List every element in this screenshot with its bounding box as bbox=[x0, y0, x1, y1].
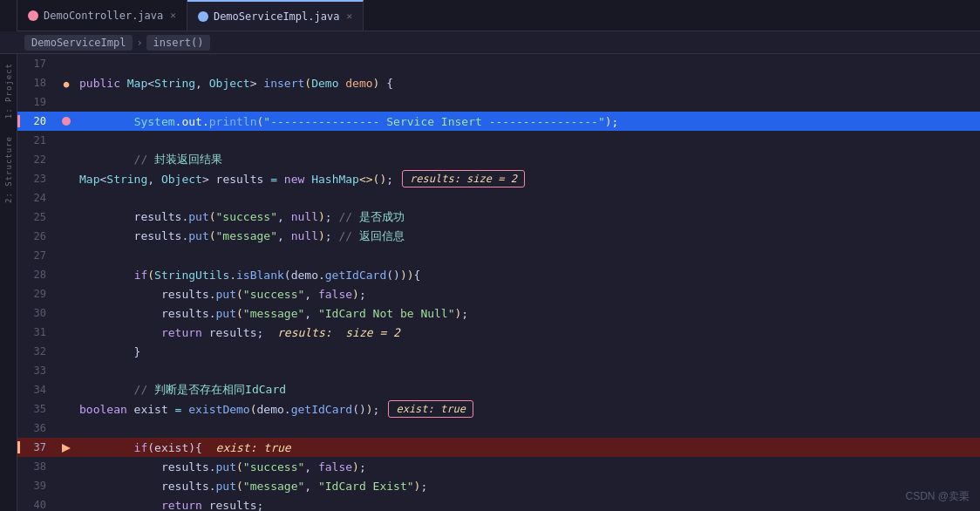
line-content: // 封装返回结果 bbox=[76, 152, 980, 167]
table-row: 25 results.put("success", null); // 是否成功 bbox=[17, 208, 980, 227]
tab-close-ctrl[interactable]: ✕ bbox=[170, 10, 176, 21]
table-row: 31 return results; results: size = 2 bbox=[17, 323, 980, 342]
line-content: results.put("message", null); // 返回信息 bbox=[76, 228, 980, 244]
app-container: DemoController.java ✕ DemoServiceImpl.ja… bbox=[0, 0, 980, 511]
line-number: 27 bbox=[17, 249, 57, 262]
editor-body: 1: Project 2: Structure 17 18 ● public M… bbox=[0, 54, 980, 511]
table-row: 21 bbox=[17, 131, 980, 150]
table-row: 33 bbox=[17, 361, 980, 380]
line-number: 18 bbox=[17, 77, 57, 89]
debug-box-exist: exist: true bbox=[388, 400, 473, 418]
debug-box-results: results: size = 2 bbox=[402, 170, 525, 187]
line-content: Map<String, Object> results = new HashMa… bbox=[76, 170, 980, 187]
line-number: 21 bbox=[17, 134, 57, 146]
breadcrumb-class[interactable]: DemoServiceImpl bbox=[24, 35, 133, 51]
breadcrumb-bar: DemoServiceImpl › insert() bbox=[0, 31, 980, 54]
table-row: 18 ● public Map<String, Object> insert(D… bbox=[17, 73, 980, 92]
tab-close-service[interactable]: ✕ bbox=[346, 10, 352, 22]
table-row: 39 results.put("message", "IdCard Exist"… bbox=[17, 476, 980, 495]
table-row: 20 System.out.println("---------------- … bbox=[17, 112, 980, 131]
line-number: 38 bbox=[17, 460, 57, 473]
tab-label-service: DemoServiceImpl.java bbox=[214, 10, 340, 23]
table-row: 26 results.put("message", null); // 返回信息 bbox=[17, 227, 980, 246]
line-number: 26 bbox=[17, 230, 57, 242]
line-number: 19 bbox=[17, 96, 57, 108]
line-gutter bbox=[57, 115, 76, 128]
line-content: // 判断是否存在相同IdCard bbox=[76, 382, 980, 398]
line-content: System.out.println("---------------- Ser… bbox=[76, 115, 980, 128]
breakpoint-icon bbox=[62, 117, 71, 126]
table-row: 19 bbox=[17, 92, 980, 112]
line-number: 37 bbox=[17, 441, 57, 453]
line-number: 29 bbox=[17, 288, 57, 300]
table-row: 29 results.put("success", false); bbox=[17, 284, 980, 303]
line-gutter: ● bbox=[57, 77, 76, 90]
table-row: 38 results.put("success", false); bbox=[17, 457, 980, 476]
left-sidebar: 1: Project 2: Structure bbox=[0, 54, 17, 511]
sidebar-label-project[interactable]: 1: Project bbox=[4, 63, 13, 119]
line-content: return results; results: size = 2 bbox=[76, 326, 980, 339]
line-content: results.put("success", false); bbox=[76, 460, 980, 474]
tab-icon-service bbox=[198, 11, 208, 22]
tab-demoservice[interactable]: DemoServiceImpl.java ✕ bbox=[187, 0, 364, 31]
table-row: 32 } bbox=[17, 342, 980, 361]
method-marker: ● bbox=[64, 78, 70, 90]
line-number: 33 bbox=[17, 365, 57, 377]
line-gutter bbox=[57, 441, 76, 454]
line-number: 36 bbox=[17, 422, 57, 434]
line-number: 25 bbox=[17, 211, 57, 223]
table-row: 22 // 封装返回结果 bbox=[17, 150, 980, 169]
table-row: 30 results.put("message", "IdCard Not be… bbox=[17, 303, 980, 323]
line-number: 17 bbox=[17, 58, 57, 70]
line-content: public Map<String, Object> insert(Demo d… bbox=[76, 77, 980, 90]
breadcrumb-sep: › bbox=[136, 37, 142, 49]
line-content: results.put("message", "IdCard Exist"); bbox=[76, 480, 980, 493]
line-number: 39 bbox=[17, 480, 57, 492]
watermark: CSDN @卖栗 bbox=[905, 489, 970, 504]
line-content: return results; bbox=[76, 499, 980, 512]
sidebar-label-structure[interactable]: 2: Structure bbox=[4, 136, 13, 203]
table-row: 40 return results; bbox=[17, 495, 980, 511]
line-number: 40 bbox=[17, 499, 57, 511]
line-number: 31 bbox=[17, 326, 57, 338]
line-content: results.put("success", false); bbox=[76, 288, 980, 301]
line-number: 34 bbox=[17, 384, 57, 396]
line-content: if(exist){ exist: true bbox=[76, 441, 980, 454]
table-row: 34 // 判断是否存在相同IdCard bbox=[17, 380, 980, 399]
code-editor[interactable]: 17 18 ● public Map<String, Object> inser… bbox=[17, 54, 980, 511]
line-content: results.put("message", "IdCard Not be Nu… bbox=[76, 307, 980, 320]
table-row: 28 if(StringUtils.isBlank(demo.getIdCard… bbox=[17, 265, 980, 284]
tab-bar: DemoController.java ✕ DemoServiceImpl.ja… bbox=[0, 0, 980, 31]
line-number: 20 bbox=[17, 115, 57, 127]
line-number: 24 bbox=[17, 192, 57, 204]
table-row: 27 bbox=[17, 246, 980, 265]
line-number: 35 bbox=[17, 403, 57, 415]
table-row: 17 bbox=[17, 54, 980, 73]
line-number: 22 bbox=[17, 153, 57, 166]
line-number: 30 bbox=[17, 307, 57, 319]
table-row: 24 bbox=[17, 188, 980, 208]
table-row: 37 if(exist){ exist: true bbox=[17, 438, 980, 457]
table-row: 35 boolean exist = existDemo(demo.getIdC… bbox=[17, 399, 980, 419]
line-content: boolean exist = existDemo(demo.getIdCard… bbox=[76, 400, 980, 418]
line-number: 28 bbox=[17, 269, 57, 281]
line-number: 23 bbox=[17, 173, 57, 185]
tab-icon-ctrl bbox=[28, 10, 38, 21]
table-row: 23 Map<String, Object> results = new Has… bbox=[17, 169, 980, 188]
line-content: if(StringUtils.isBlank(demo.getIdCard())… bbox=[76, 269, 980, 282]
debug-arrow-icon bbox=[62, 444, 71, 453]
breadcrumb-method[interactable]: insert() bbox=[146, 35, 211, 51]
line-content: } bbox=[76, 345, 980, 358]
line-number: 32 bbox=[17, 345, 57, 358]
tab-democtrl[interactable]: DemoController.java ✕ bbox=[17, 0, 187, 31]
table-row: 36 bbox=[17, 419, 980, 438]
sidebar-tabs bbox=[0, 0, 17, 31]
line-content: results.put("success", null); // 是否成功 bbox=[76, 209, 980, 225]
tab-label-ctrl: DemoController.java bbox=[44, 10, 163, 22]
